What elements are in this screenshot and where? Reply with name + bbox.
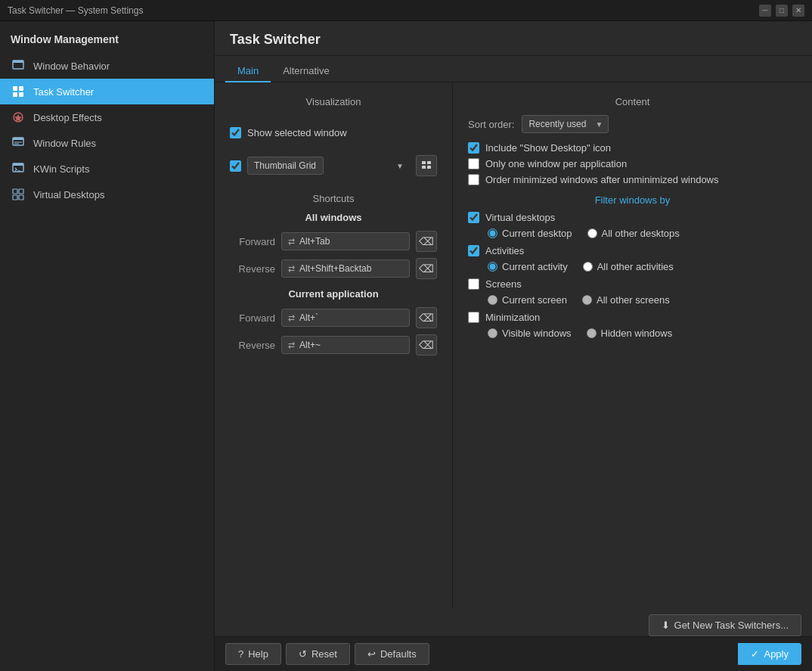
all-other-screens-label: All other screens <box>597 294 670 306</box>
bottom-bar: ? Help ↺ Reset ↩ Defaults ✓ Appl <box>215 636 812 671</box>
one-per-app-label[interactable]: Only one window per application <box>485 158 627 169</box>
all-windows-forward-input[interactable]: ⇄ Alt+Tab <box>281 232 410 250</box>
footer-area: ⬇ Get New Task Switchers... ? Help ↺ Res… <box>215 608 812 671</box>
show-desktop-icon-row: Include "Show Desktop" icon <box>468 142 797 154</box>
order-minimized-label[interactable]: Order minimized windows after unminimize… <box>485 174 719 185</box>
sidebar-item-window-behavior[interactable]: Window Behavior <box>0 53 214 79</box>
sidebar-item-desktop-effects[interactable]: Desktop Effects <box>0 104 214 130</box>
all-other-desktops-radio[interactable] <box>587 228 597 238</box>
reset-button[interactable]: ↺ Reset <box>286 643 350 665</box>
current-app-reverse-input[interactable]: ⇄ Alt+~ <box>281 336 410 354</box>
current-screen-label: Current screen <box>502 294 567 306</box>
window-rules-icon <box>11 135 26 151</box>
virtual-desktops-checkbox-row: Virtual desktops <box>468 212 797 223</box>
current-app-forward-clear[interactable]: ⌫ <box>416 307 437 328</box>
get-new-task-switchers-button[interactable]: ⬇ Get New Task Switchers... <box>649 614 801 636</box>
apply-button[interactable]: ✓ Apply <box>738 643 801 665</box>
sort-order-dropdown[interactable]: Recently used Alphabetically By desktop <box>522 115 609 133</box>
title-bar-text: Task Switcher — System Settings <box>8 5 143 16</box>
show-selected-window-label[interactable]: Show selected window <box>247 127 347 138</box>
activities-filter-label[interactable]: Activities <box>485 245 524 256</box>
screens-filter-label[interactable]: Screens <box>485 278 522 290</box>
help-icon: ? <box>238 648 243 660</box>
sidebar-label-desktop-effects: Desktop Effects <box>33 112 102 123</box>
current-activity-radio[interactable] <box>488 262 497 272</box>
svg-rect-1 <box>13 61 23 63</box>
switcher-dropdown[interactable]: Thumbnail Grid Compact Large Icons Small… <box>247 157 324 175</box>
svg-rect-14 <box>13 189 17 194</box>
current-activity-radio-row: Current activity <box>488 261 568 272</box>
show-selected-window-row: Show selected window <box>230 127 437 138</box>
all-other-desktops-label[interactable]: All other desktops <box>602 228 680 239</box>
sidebar: Window Management Window Behavior Task S… <box>0 21 215 671</box>
show-desktop-icon-label[interactable]: Include "Show Desktop" icon <box>485 142 611 154</box>
sidebar-item-task-switcher[interactable]: Task Switcher <box>0 79 214 104</box>
activities-radio-group: Current activity All other activities <box>488 261 797 272</box>
virtual-desktops-icon <box>11 187 26 202</box>
current-desktop-radio[interactable] <box>488 228 497 238</box>
sidebar-item-window-rules[interactable]: Window Rules <box>0 130 214 156</box>
all-windows-forward-clear[interactable]: ⌫ <box>416 231 437 252</box>
screens-filter: Screens Current screen All other screens <box>468 278 797 306</box>
filter-title: Filter windows by <box>468 194 797 206</box>
svg-rect-21 <box>427 166 431 169</box>
apply-checkmark-icon: ✓ <box>751 648 759 660</box>
all-windows-reverse-input[interactable]: ⇄ Alt+Shift+Backtab <box>281 259 410 278</box>
svg-rect-17 <box>19 195 23 200</box>
tab-main[interactable]: Main <box>225 61 271 82</box>
all-windows-forward-value: Alt+Tab <box>299 236 330 247</box>
tabs-bar: Main Alternative <box>215 56 812 82</box>
current-app-reverse-clear[interactable]: ⌫ <box>416 334 437 356</box>
all-other-screens-radio-row: All other screens <box>582 294 670 306</box>
virtual-desktops-filter-label[interactable]: Virtual desktops <box>485 212 555 223</box>
svg-rect-8 <box>13 138 23 140</box>
window-behavior-icon <box>11 58 26 73</box>
svg-rect-19 <box>427 161 431 164</box>
one-per-app-checkbox[interactable] <box>468 158 479 169</box>
all-other-screens-radio[interactable] <box>582 295 592 305</box>
visible-windows-radio[interactable] <box>488 328 497 338</box>
reverse-shortcut-icon: ⇄ <box>288 264 295 274</box>
all-windows-reverse-clear[interactable]: ⌫ <box>416 258 437 279</box>
desktop-effects-icon <box>11 110 26 125</box>
all-other-activities-radio[interactable] <box>583 262 593 272</box>
current-app-forward-input[interactable]: ⇄ Alt+` <box>281 309 410 327</box>
get-new-row: ⬇ Get New Task Switchers... <box>215 608 812 636</box>
activities-filter-checkbox[interactable] <box>468 245 479 256</box>
tab-alternative[interactable]: Alternative <box>271 61 341 82</box>
close-button[interactable]: ✕ <box>792 5 804 17</box>
defaults-button[interactable]: ↩ Defaults <box>355 643 429 665</box>
help-button[interactable]: ? Help <box>225 643 281 665</box>
minimization-filter-checkbox[interactable] <box>468 312 479 323</box>
all-other-activities-radio-row: All other activities <box>583 261 674 272</box>
sidebar-item-virtual-desktops[interactable]: Virtual Desktops <box>0 182 214 207</box>
dropdown-arrow-icon: ▼ <box>396 162 404 170</box>
screens-radio-group: Current screen All other screens <box>488 294 797 306</box>
minimization-radio-group: Visible windows Hidden windows <box>488 328 797 339</box>
current-activity-label[interactable]: Current activity <box>502 261 568 272</box>
sidebar-label-virtual-desktops: Virtual Desktops <box>33 189 104 200</box>
forward-shortcut-icon: ⇄ <box>288 237 295 247</box>
switcher-enabled-checkbox[interactable] <box>230 160 241 172</box>
current-desktop-label[interactable]: Current desktop <box>502 228 572 239</box>
all-other-activities-label[interactable]: All other activities <box>597 261 674 272</box>
content-area: Task Switcher Main Alternative Visualiza… <box>215 21 812 671</box>
show-desktop-icon-checkbox[interactable] <box>468 142 479 154</box>
title-bar: Task Switcher — System Settings ─ □ ✕ <box>0 0 812 21</box>
hidden-windows-radio[interactable] <box>587 328 597 338</box>
current-screen-radio[interactable] <box>488 295 497 305</box>
all-windows-reverse-row: Reverse ⇄ Alt+Shift+Backtab ⌫ <box>230 258 437 279</box>
minimize-button[interactable]: ─ <box>759 5 771 17</box>
order-minimized-checkbox[interactable] <box>468 174 479 185</box>
sidebar-item-kwin-scripts[interactable]: KWin Scripts <box>0 156 214 182</box>
activities-checkbox-row: Activities <box>468 245 797 256</box>
show-selected-window-checkbox[interactable] <box>230 127 241 138</box>
svg-rect-5 <box>19 92 23 97</box>
switcher-preview-button[interactable] <box>416 155 437 176</box>
screens-filter-checkbox[interactable] <box>468 278 479 290</box>
current-app-reverse-icon: ⇄ <box>288 340 295 350</box>
minimization-filter-label[interactable]: Minimization <box>485 312 540 323</box>
visualization-title: Visualization <box>230 96 437 107</box>
maximize-button[interactable]: □ <box>776 5 788 17</box>
virtual-desktops-filter-checkbox[interactable] <box>468 212 479 223</box>
